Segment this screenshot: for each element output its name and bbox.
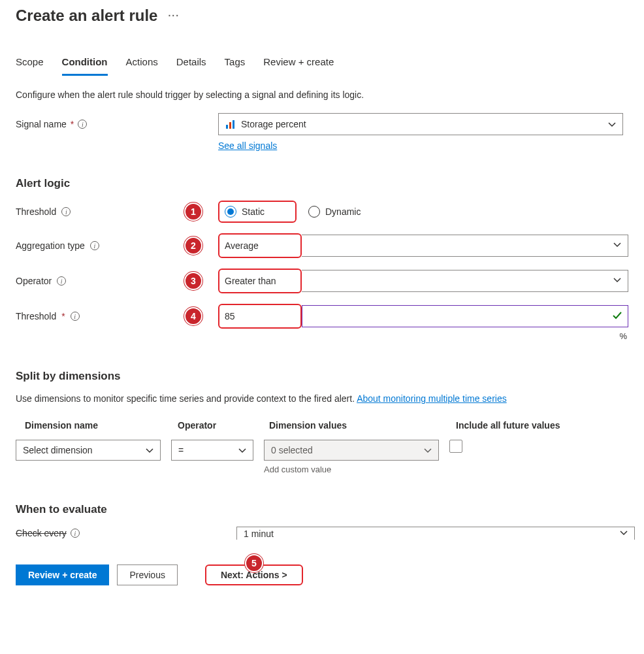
include-future-checkbox[interactable] (449, 440, 462, 453)
radio-dynamic[interactable] (308, 206, 320, 218)
chevron-down-icon (608, 120, 616, 128)
info-icon[interactable]: i (71, 529, 80, 538)
svg-rect-0 (226, 125, 228, 129)
next-actions-button[interactable]: 5 Next: Actions > (205, 564, 303, 585)
threshold-value: 85 (225, 311, 235, 321)
info-icon[interactable]: i (71, 312, 80, 321)
chevron-down-icon (146, 446, 153, 454)
col-operator: Operator (178, 420, 269, 431)
split-dimensions-desc: Use dimensions to monitor specific time … (16, 392, 628, 406)
tab-bar: Scope Condition Actions Details Tags Rev… (16, 52, 628, 76)
tab-details[interactable]: Details (176, 52, 206, 76)
chevron-down-icon (238, 446, 246, 454)
threshold-value-input-ext[interactable] (302, 305, 628, 327)
svg-rect-1 (229, 122, 231, 129)
check-every-value: 1 minut (244, 529, 274, 539)
dimension-values-select[interactable]: 0 selected (264, 440, 439, 461)
threshold-value-input[interactable]: 85 (218, 304, 302, 329)
page-title-text: Create an alert rule (16, 7, 157, 25)
tab-review-create[interactable]: Review + create (263, 52, 334, 76)
aggregation-type-select-ext[interactable] (302, 235, 628, 257)
info-icon[interactable]: i (57, 276, 66, 286)
threshold-static-option[interactable]: Static (218, 201, 297, 223)
signal-name-label: Signal name (16, 119, 67, 129)
wizard-footer: Review + create Previous 5 Next: Actions… (16, 555, 628, 585)
threshold-dynamic-label: Dynamic (325, 206, 361, 217)
callout-5: 5 (245, 554, 263, 572)
chevron-down-icon (613, 276, 621, 286)
col-include-future: Include all future values (456, 420, 560, 431)
tab-actions[interactable]: Actions (126, 52, 158, 76)
threshold-dynamic-option[interactable]: Dynamic (308, 206, 361, 218)
tab-tags[interactable]: Tags (225, 52, 246, 76)
dimension-row: Select dimension = 0 selected (16, 440, 628, 461)
alert-logic-heading: Alert logic (16, 177, 628, 190)
signal-name-select[interactable]: Storage percent (218, 113, 623, 135)
threshold-unit: % (16, 331, 636, 341)
col-dimension-values: Dimension values (269, 420, 456, 431)
tab-description: Configure when the alert rule should tri… (16, 90, 628, 100)
col-dimension-name: Dimension name (25, 420, 178, 431)
callout-3: 3 (184, 272, 202, 290)
split-desc-text: Use dimensions to monitor specific time … (16, 393, 357, 404)
check-every-select[interactable]: 1 minut (236, 527, 635, 540)
operator-select[interactable]: Greater than (218, 269, 302, 293)
previous-button[interactable]: Previous (117, 564, 177, 585)
svg-rect-2 (233, 120, 234, 129)
more-icon[interactable]: ··· (168, 10, 180, 21)
threshold-type-label: Threshold (16, 206, 56, 217)
signal-name-value: Storage percent (241, 119, 306, 129)
threshold-static-label: Static (242, 206, 265, 217)
callout-4: 4 (184, 307, 202, 325)
aggregation-type-label: Aggregation type (16, 240, 85, 251)
info-icon[interactable]: i (78, 120, 87, 129)
metric-icon (225, 119, 236, 129)
dimension-name-placeholder: Select dimension (23, 445, 93, 455)
tab-scope[interactable]: Scope (16, 52, 44, 76)
dimension-name-select[interactable]: Select dimension (16, 440, 161, 461)
check-every-label: Check every (16, 528, 67, 538)
aggregation-type-select[interactable]: Average (218, 233, 302, 258)
review-create-button[interactable]: Review + create (16, 564, 109, 585)
threshold-value-label: Threshold (16, 311, 56, 321)
operator-value: Greater than (225, 276, 276, 286)
page-title: Create an alert rule ··· (16, 7, 628, 25)
radio-static[interactable] (225, 206, 236, 218)
add-custom-value-link[interactable]: Add custom value (264, 465, 628, 474)
info-icon[interactable]: i (90, 241, 99, 250)
info-icon[interactable]: i (61, 207, 71, 216)
dimension-operator-value: = (178, 445, 184, 455)
chevron-down-icon (620, 529, 628, 539)
callout-1: 1 (184, 203, 202, 221)
see-all-signals-link[interactable]: See all signals (218, 140, 277, 151)
operator-select-ext[interactable] (302, 270, 628, 292)
when-to-evaluate-heading: When to evaluate (16, 503, 628, 516)
chevron-down-icon (424, 446, 432, 454)
operator-label: Operator (16, 276, 52, 286)
required-marker: * (61, 311, 65, 321)
check-icon (612, 310, 622, 323)
chevron-down-icon (613, 240, 621, 251)
callout-2: 2 (184, 237, 202, 255)
about-monitoring-link[interactable]: About monitoring multiple time series (357, 393, 507, 404)
tab-condition[interactable]: Condition (62, 52, 108, 76)
dimension-values-placeholder: 0 selected (271, 445, 313, 455)
split-dimensions-heading: Split by dimensions (16, 370, 628, 383)
dimension-operator-select[interactable]: = (171, 440, 253, 461)
aggregation-type-value: Average (225, 240, 259, 251)
dimension-table-header: Dimension name Operator Dimension values… (16, 420, 628, 440)
required-marker: * (71, 119, 74, 129)
